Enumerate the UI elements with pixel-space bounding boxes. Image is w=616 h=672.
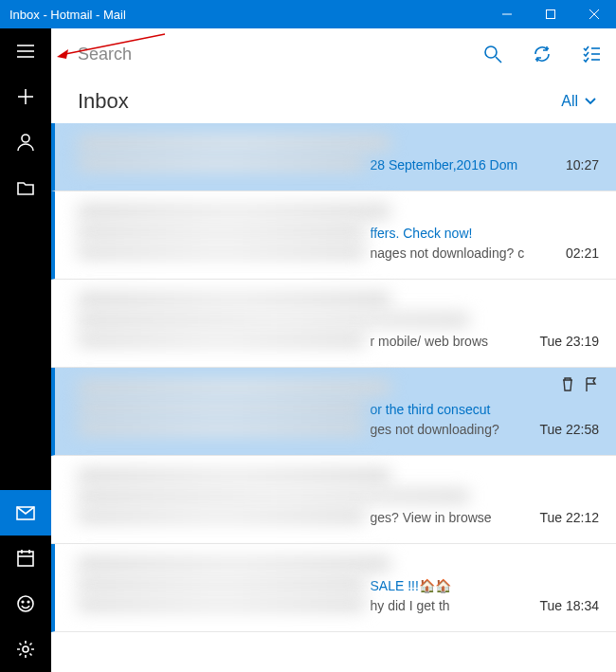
feedback-button[interactable] (0, 581, 51, 627)
message-actions (559, 375, 599, 396)
flag-icon[interactable] (582, 375, 599, 396)
message-item[interactable]: 28 September,2016 Dom10:27 (51, 123, 616, 191)
folder-name: Inbox (78, 89, 129, 114)
svg-point-16 (22, 601, 24, 603)
redacted-preview (78, 510, 365, 522)
redacted-preview (78, 245, 365, 258)
message-item[interactable]: SALE !!!🏠🏠hy did I get thTue 18:34 (51, 544, 616, 632)
message-time: Tue 22:58 (539, 422, 599, 437)
message-item[interactable]: ffers. Check now!nages not downloading? … (51, 191, 616, 280)
folder-header: Inbox All (51, 80, 616, 123)
message-subject: SALE !!!🏠🏠 (371, 578, 600, 593)
redacted-sender (78, 205, 390, 218)
redacted-subject (78, 314, 469, 326)
redacted-subject (78, 578, 365, 590)
redacted-subject (78, 402, 365, 414)
folders-button[interactable] (0, 165, 51, 210)
svg-point-17 (27, 601, 29, 603)
svg-rect-1 (547, 10, 555, 19)
message-preview: hy did I get th (371, 598, 529, 613)
redacted-subject (78, 490, 469, 502)
settings-button[interactable] (0, 627, 51, 672)
toolbar: Search (51, 28, 616, 80)
redacted-sender (78, 136, 390, 150)
search-icon[interactable] (468, 28, 517, 80)
nav-rail (0, 28, 51, 672)
message-subject: 28 September,2016 Dom (371, 157, 554, 173)
message-preview: ges not downloading? (371, 422, 529, 437)
hamburger-button[interactable] (0, 28, 51, 74)
sync-icon[interactable] (517, 28, 567, 80)
message-item[interactable]: or the third consecutges not downloading… (51, 368, 616, 456)
message-time: Tue 23:19 (539, 334, 599, 349)
delete-icon[interactable] (559, 375, 576, 396)
redacted-preview (78, 334, 365, 346)
message-time: 02:21 (566, 245, 599, 261)
mail-view-button[interactable] (0, 490, 51, 536)
new-mail-button[interactable] (0, 74, 51, 119)
message-item[interactable]: ges? View in browseTue 22:12 (51, 456, 616, 544)
redacted-sender (78, 381, 390, 394)
svg-point-9 (22, 135, 29, 142)
redacted-preview (78, 422, 365, 434)
svg-line-22 (496, 57, 501, 63)
filter-dropdown[interactable]: All (561, 93, 597, 110)
svg-point-18 (23, 646, 28, 652)
calendar-view-button[interactable] (0, 536, 51, 581)
svg-point-15 (18, 596, 33, 611)
message-preview: ges? View in browse (371, 510, 529, 525)
search-placeholder: Search (78, 45, 132, 64)
message-preview: r mobile/ web brows (371, 334, 529, 349)
redacted-subject (78, 226, 365, 238)
search-input[interactable]: Search (51, 45, 468, 64)
maximize-button[interactable] (529, 0, 572, 28)
chevron-down-icon (584, 95, 597, 108)
svg-point-21 (485, 46, 497, 58)
select-mode-icon[interactable] (567, 28, 616, 80)
message-subject: ffers. Check now! (371, 226, 600, 241)
redacted-sender (78, 557, 390, 571)
redacted-preview (78, 598, 365, 610)
redacted-sender (78, 293, 390, 306)
window-title: Inbox - Hotmail - Mail (9, 8, 485, 22)
message-time: 10:27 (566, 157, 599, 173)
accounts-button[interactable] (0, 119, 51, 165)
svg-rect-11 (18, 552, 33, 566)
message-subject: or the third consecut (371, 402, 600, 417)
message-list[interactable]: 28 September,2016 Dom10:27ffers. Check n… (51, 123, 616, 672)
filter-label: All (561, 93, 578, 110)
message-item[interactable]: r mobile/ web browsTue 23:19 (51, 280, 616, 368)
close-button[interactable] (572, 0, 616, 28)
titlebar[interactable]: Inbox - Hotmail - Mail (0, 0, 616, 28)
minimize-button[interactable] (485, 0, 529, 28)
message-time: Tue 18:34 (539, 598, 599, 613)
redacted-subject (78, 157, 365, 170)
message-preview: nages not downloading? c (371, 245, 554, 261)
message-time: Tue 22:12 (539, 510, 599, 525)
redacted-sender (78, 469, 390, 482)
